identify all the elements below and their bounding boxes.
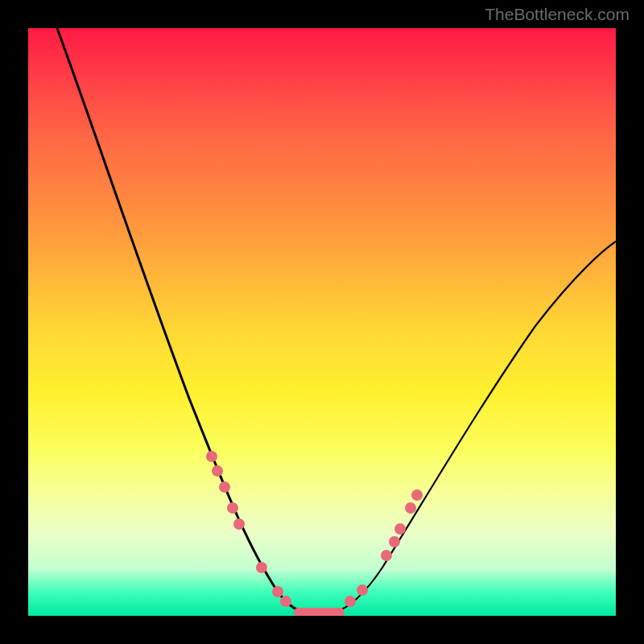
svg-point-2 bbox=[219, 481, 230, 493]
flat-bottom-marker bbox=[294, 608, 345, 616]
svg-point-11 bbox=[389, 536, 400, 547]
svg-point-1 bbox=[212, 465, 223, 477]
svg-point-9 bbox=[357, 584, 368, 596]
svg-point-10 bbox=[381, 550, 392, 561]
svg-point-6 bbox=[272, 586, 283, 597]
left-markers bbox=[206, 451, 291, 607]
svg-point-14 bbox=[411, 489, 423, 501]
svg-point-5 bbox=[256, 562, 267, 573]
plot-area bbox=[28, 28, 616, 616]
svg-point-8 bbox=[345, 596, 356, 607]
chart-svg bbox=[28, 28, 616, 616]
svg-point-7 bbox=[280, 596, 291, 607]
watermark-text: TheBottleneck.com bbox=[485, 5, 630, 24]
left-curve bbox=[57, 28, 310, 613]
svg-point-0 bbox=[206, 451, 217, 462]
svg-point-3 bbox=[227, 502, 238, 514]
svg-point-13 bbox=[405, 502, 416, 514]
right-markers bbox=[345, 489, 423, 607]
svg-point-12 bbox=[394, 523, 406, 535]
right-curve bbox=[334, 242, 616, 613]
svg-point-4 bbox=[233, 518, 245, 530]
